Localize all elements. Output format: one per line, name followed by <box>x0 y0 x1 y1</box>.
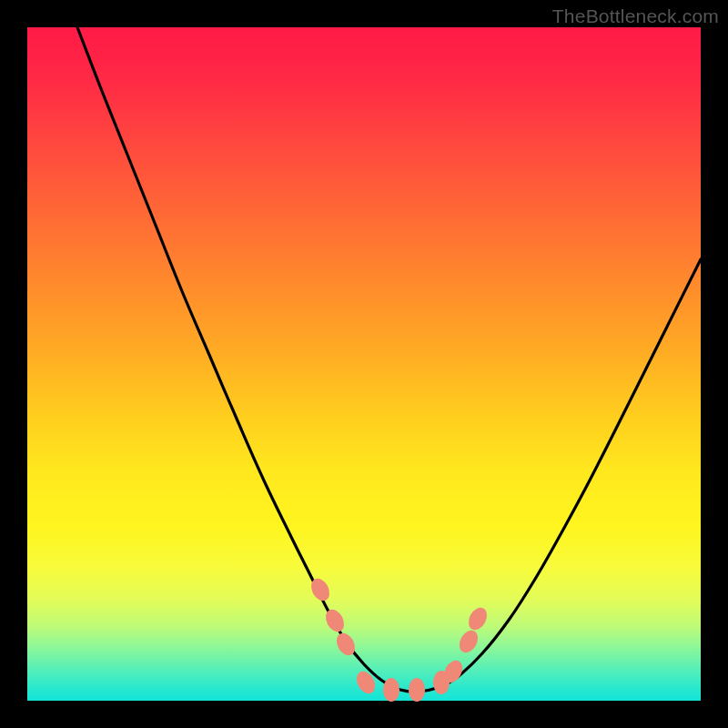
curve-marker <box>456 627 481 655</box>
curve-marker <box>465 604 490 632</box>
curve-marker <box>322 606 348 634</box>
chart-frame: TheBottleneck.com <box>0 0 728 728</box>
curve-marker <box>409 678 425 702</box>
plot-area <box>27 27 701 701</box>
curve-svg <box>27 27 701 701</box>
curve-marker <box>383 678 399 702</box>
attribution-text: TheBottleneck.com <box>552 5 719 27</box>
curve-marker <box>353 668 379 696</box>
bottleneck-curve-path <box>77 27 701 692</box>
curve-markers <box>308 575 490 702</box>
